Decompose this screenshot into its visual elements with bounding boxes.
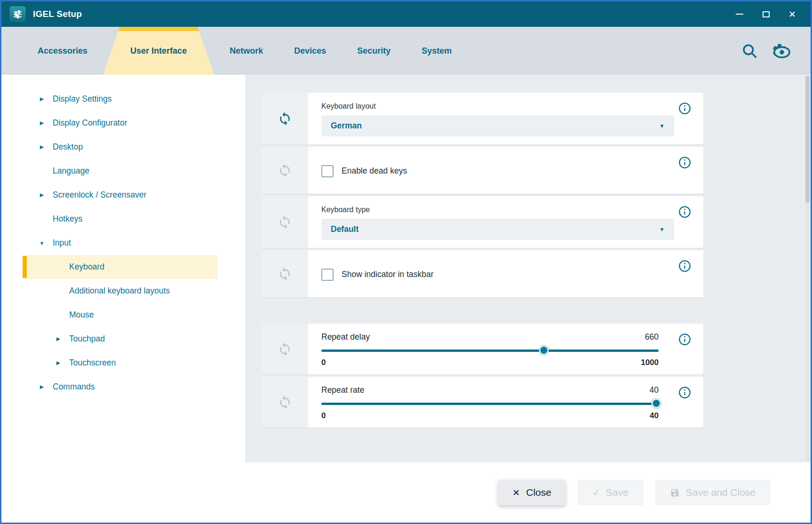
reset-keyboard-type-button[interactable]	[261, 196, 308, 248]
tab-label: Security	[357, 46, 390, 56]
chevron-right-icon: ▶	[37, 96, 47, 102]
info-icon[interactable]	[678, 260, 691, 272]
save-button[interactable]: ✓ Save	[578, 480, 643, 505]
slider-handle[interactable]	[539, 345, 549, 355]
sidebar-item-label: Mouse	[69, 310, 94, 320]
close-button[interactable]: ✕ Close	[498, 480, 565, 505]
close-icon: ✕	[788, 9, 796, 20]
keyboard-layout-select[interactable]: German ▼	[321, 115, 674, 136]
show-indicator-checkbox[interactable]	[321, 269, 334, 281]
slider-handle[interactable]	[651, 398, 661, 408]
slider-label: Repeat delay	[321, 332, 370, 342]
sidebar-item-touchpad[interactable]: ▶ Touchpad	[23, 327, 218, 351]
keyboard-type-select[interactable]: Default ▼	[321, 219, 674, 240]
enable-dead-keys-checkbox[interactable]	[321, 165, 334, 177]
sidebar-item-label: Desktop	[53, 142, 83, 152]
sidebar-item-desktop[interactable]: ▶ Desktop	[23, 135, 218, 159]
card-group-gap	[261, 300, 811, 324]
tab-label: System	[422, 46, 452, 56]
sidebar-item-label: Input	[53, 238, 71, 248]
save-and-close-button[interactable]: Save and Close	[655, 480, 770, 505]
repeat-rate-slider[interactable]	[321, 398, 659, 409]
chevron-down-icon: ▼	[659, 123, 665, 129]
sync-arrows-icon	[278, 395, 292, 410]
tab-security[interactable]: Security	[342, 27, 406, 75]
chevron-down-icon: ▼	[659, 226, 665, 233]
repeat-delay-slider[interactable]	[321, 345, 659, 356]
sidebar-item-hotkeys[interactable]: Hotkeys	[23, 207, 218, 231]
footer-bar: ✕ Close ✓ Save Save and Close	[1, 462, 811, 523]
search-icon[interactable]	[741, 42, 758, 59]
sync-arrows-icon	[278, 342, 292, 357]
tabbar-actions	[741, 27, 811, 75]
sync-arrows-icon	[278, 215, 292, 230]
reset-repeat-delay-button[interactable]	[261, 324, 308, 374]
maximize-button[interactable]	[755, 5, 777, 23]
reset-repeat-rate-button[interactable]	[261, 377, 308, 428]
sidebar-item-label: Hotkeys	[53, 214, 82, 224]
close-x-icon: ✕	[512, 487, 520, 498]
sidebar-item-commands[interactable]: ▶ Commands	[23, 375, 218, 399]
info-icon[interactable]	[678, 386, 691, 399]
sidebar-item-mouse[interactable]: Mouse	[23, 303, 218, 327]
sidebar-item-label: Screenlock / Screensaver	[53, 190, 146, 200]
reset-keyboard-layout-button[interactable]	[261, 93, 308, 144]
igel-logo-icon	[9, 6, 26, 23]
sidebar-item-display-configurator[interactable]: ▶ Display Configurator	[23, 111, 218, 135]
tab-label: Devices	[294, 46, 326, 56]
tab-accessories[interactable]: Accessories	[22, 27, 103, 75]
sync-arrows-icon	[278, 111, 292, 126]
info-icon[interactable]	[678, 206, 691, 218]
info-icon[interactable]	[678, 102, 691, 115]
checkbox-label: Show indicator in taskbar	[342, 270, 434, 279]
reset-enable-dead-keys-button[interactable]	[261, 147, 308, 194]
sidebar-item-label: Touchpad	[69, 334, 105, 344]
minimize-button[interactable]	[729, 5, 750, 23]
info-icon[interactable]	[678, 333, 691, 346]
selected-value: Default	[331, 224, 659, 234]
sidebar-item-language[interactable]: Language	[23, 159, 218, 183]
maximize-icon	[763, 11, 770, 17]
sync-arrows-icon	[278, 163, 292, 178]
chevron-right-icon: ▶	[37, 192, 47, 198]
chevron-right-icon: ▶	[53, 336, 64, 342]
settings-gear-eye-icon[interactable]	[771, 42, 788, 59]
settings-panel: Keyboard layout German ▼	[245, 75, 811, 462]
reset-show-indicator-button[interactable]	[261, 250, 308, 297]
sidebar-item-label: Display Settings	[53, 94, 111, 104]
sidebar-item-keyboard[interactable]: Keyboard	[23, 255, 218, 279]
sidebar-item-screenlock-screensaver[interactable]: ▶ Screenlock / Screensaver	[23, 183, 218, 207]
scrollbar-thumb[interactable]	[805, 76, 810, 203]
tab-user-interface[interactable]: User Interface	[103, 27, 214, 75]
info-icon[interactable]	[678, 156, 691, 169]
setting-card-show-indicator: Show indicator in taskbar	[261, 250, 703, 297]
chevron-right-icon: ▶	[37, 384, 47, 390]
slider-track-line	[321, 403, 659, 405]
slider-value: 660	[645, 332, 659, 342]
sidebar-item-additional-keyboard-layouts[interactable]: Additional keyboard layouts	[23, 279, 218, 303]
sidebar-item-label: Display Configurator	[53, 118, 127, 128]
vertical-scrollbar[interactable]	[805, 76, 810, 461]
tab-label: Network	[230, 46, 263, 56]
window-controls: ✕	[729, 5, 803, 23]
tab-label: User Interface	[130, 46, 187, 56]
chevron-right-icon: ▶	[37, 120, 47, 126]
chevron-right-icon: ▶	[53, 360, 64, 366]
sidebar-item-input[interactable]: ▼ Input	[23, 231, 218, 255]
floppy-disk-icon	[670, 488, 680, 498]
sidebar-item-label: Additional keyboard layouts	[69, 286, 170, 296]
sidebar-item-touchscreen[interactable]: ▶ Touchscreen	[23, 351, 218, 375]
check-icon: ✓	[592, 487, 600, 498]
tab-devices[interactable]: Devices	[279, 27, 342, 75]
tab-network[interactable]: Network	[214, 27, 279, 75]
tab-system[interactable]: System	[406, 27, 467, 75]
sidebar-item-display-settings[interactable]: ▶ Display Settings	[23, 87, 218, 111]
eye-icon	[773, 44, 790, 61]
igel-setup-window: IGEL Setup ✕ Accessories User Interface …	[0, 0, 812, 524]
tab-bar: Accessories User Interface Network Devic…	[1, 27, 811, 75]
main-body: ▶ Display Settings ▶ Display Configurato…	[1, 75, 811, 462]
slider-value: 40	[650, 385, 659, 395]
field-label: Keyboard layout	[321, 102, 674, 111]
tab-label: Accessories	[38, 46, 88, 56]
close-window-button[interactable]: ✕	[781, 5, 803, 23]
